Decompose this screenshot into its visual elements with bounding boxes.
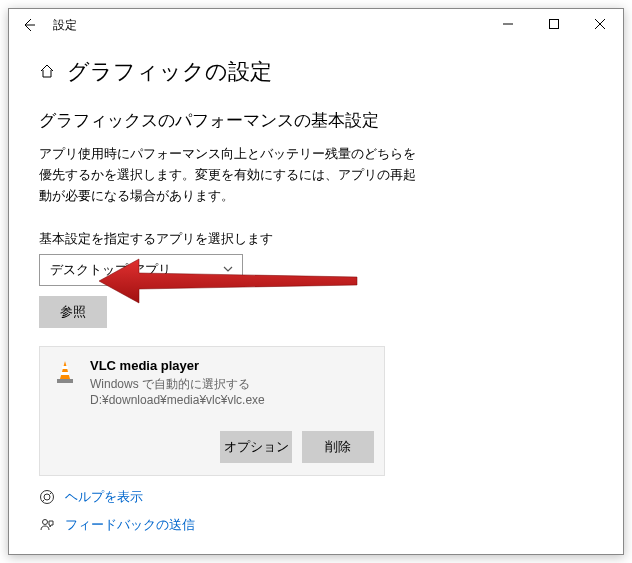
svg-point-7 (44, 494, 50, 500)
remove-button-label: 削除 (325, 438, 351, 456)
content-area: グラフィックの設定 グラフィックスのパフォーマンスの基本設定 アプリ使用時にパフ… (9, 41, 623, 554)
section-heading: グラフィックスのパフォーマンスの基本設定 (39, 109, 593, 132)
browse-button-label: 参照 (60, 303, 86, 321)
app-type-select[interactable]: デスクトップ アプリ (39, 254, 243, 286)
window-controls (485, 9, 623, 39)
close-icon (595, 19, 605, 29)
back-button[interactable] (9, 9, 49, 41)
titlebar: 設定 (9, 9, 623, 41)
window-title: 設定 (53, 17, 77, 34)
svg-point-8 (43, 520, 48, 525)
options-button[interactable]: オプション (220, 431, 292, 463)
help-link-row: ヘルプを表示 (39, 488, 195, 506)
app-row[interactable]: VLC media player Windows で自動的に選択する D:¥do… (50, 357, 374, 409)
back-arrow-icon (21, 17, 37, 33)
svg-rect-3 (61, 372, 69, 375)
home-icon[interactable] (39, 63, 55, 82)
browse-button[interactable]: 参照 (39, 296, 107, 328)
minimize-icon (503, 19, 513, 29)
feedback-link-row: フィードバックの送信 (39, 516, 195, 534)
svg-rect-2 (62, 366, 68, 369)
minimize-button[interactable] (485, 9, 531, 39)
app-name: VLC media player (90, 357, 374, 375)
close-button[interactable] (577, 9, 623, 39)
svg-rect-0 (550, 20, 559, 29)
chevron-down-icon (222, 263, 234, 278)
settings-window: 設定 グラフィックの設定 グラフィックスのパフォーマンスの基本設定 アプリ使用時… (8, 8, 624, 555)
app-path: D:¥download¥media¥vlc¥vlc.exe (90, 392, 374, 409)
page-title: グラフィックの設定 (67, 57, 272, 87)
feedback-icon (39, 517, 55, 533)
help-icon (39, 489, 55, 505)
vlc-icon (50, 357, 80, 387)
app-card: VLC media player Windows で自動的に選択する D:¥do… (39, 346, 385, 476)
options-button-label: オプション (224, 438, 289, 456)
app-subtitle: Windows で自動的に選択する (90, 376, 374, 393)
help-link[interactable]: ヘルプを表示 (65, 488, 143, 506)
section-description: アプリ使用時にパフォーマンス向上とバッテリー残量のどちらを優先するかを選択します… (39, 144, 419, 206)
svg-marker-1 (60, 361, 70, 379)
maximize-icon (549, 19, 559, 29)
feedback-link[interactable]: フィードバックの送信 (65, 516, 195, 534)
select-value: デスクトップ アプリ (50, 261, 171, 279)
svg-rect-4 (57, 379, 73, 383)
maximize-button[interactable] (531, 9, 577, 39)
remove-button[interactable]: 削除 (302, 431, 374, 463)
select-label: 基本設定を指定するアプリを選択します (39, 230, 593, 248)
